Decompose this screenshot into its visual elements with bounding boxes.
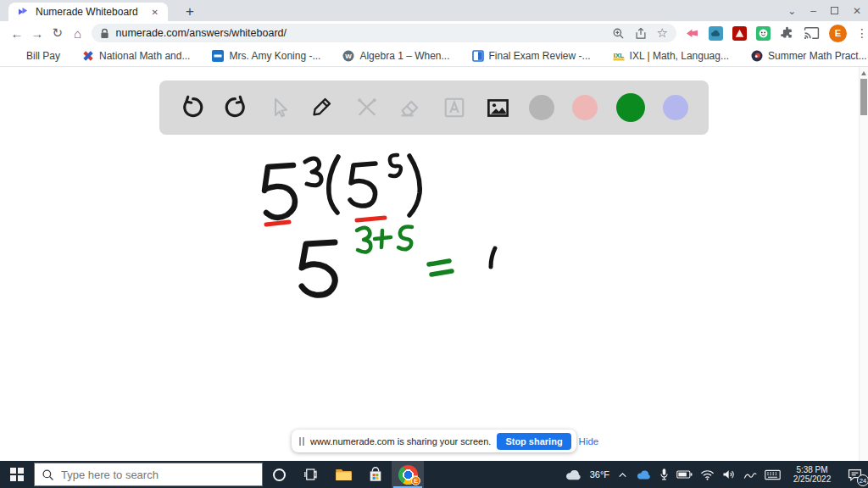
browser-toolbar: ← → ↻ ⌂ numerade.com/answers/whiteboard/… [0, 21, 868, 45]
extensions-area: E ⋮ [685, 25, 868, 42]
search-icon [42, 469, 54, 481]
extension-icon-1[interactable] [685, 26, 699, 40]
file-explorer-icon [335, 467, 353, 482]
hide-link[interactable]: Hide [579, 436, 599, 446]
url-text: numerade.com/answers/whiteboard/ [116, 27, 602, 39]
screen-share-bar: www.numerade.com is sharing your screen.… [292, 430, 576, 452]
tab-strip: Numerade Whiteboard ✕ + ⌄ – ✕ [0, 0, 868, 21]
taskbar-search[interactable] [34, 463, 263, 486]
battery-icon[interactable] [676, 469, 693, 480]
bookmark-summer-math[interactable]: Summer Math Pract... [751, 50, 867, 62]
window-controls: ⌄ – ✕ [787, 0, 861, 21]
scrollbar-thumb[interactable] [860, 79, 867, 115]
file-explorer-button[interactable] [327, 461, 359, 488]
page-scrollbar[interactable] [859, 67, 868, 461]
eraser-tool[interactable] [398, 95, 423, 120]
dark-circle-favicon [751, 50, 763, 62]
share-icon[interactable] [635, 27, 647, 40]
forward-button[interactable]: → [27, 23, 47, 43]
whiteboard-page: www.numerade.com is sharing your screen.… [0, 67, 868, 461]
profile-avatar[interactable]: E [829, 25, 847, 42]
cortana-button[interactable] [263, 461, 295, 488]
tab-close-icon[interactable]: ✕ [149, 8, 161, 17]
bookmark-algebra1[interactable]: W Algebra 1 – When... [342, 50, 449, 62]
tray-chevron-up-icon[interactable] [617, 470, 628, 480]
maximize-button[interactable] [831, 7, 838, 14]
color-swatch-pink[interactable] [572, 95, 598, 120]
undo-button[interactable] [180, 95, 205, 120]
tab-title: Numerade Whiteboard [36, 6, 149, 18]
back-button[interactable]: ← [7, 23, 27, 43]
svg-text:W: W [346, 53, 353, 60]
scrollbar-up-arrow[interactable] [861, 71, 866, 75]
browser-tab[interactable]: Numerade Whiteboard ✕ [8, 3, 168, 21]
extensions-puzzle-icon[interactable] [780, 26, 794, 41]
microsoft-store-button[interactable] [359, 461, 392, 488]
bookmark-star-icon[interactable]: ☆ [657, 25, 668, 41]
pointer-tool[interactable] [267, 95, 292, 120]
clock-time: 5:38 PM [788, 465, 836, 475]
color-swatch-gray[interactable] [529, 95, 554, 120]
stop-sharing-button[interactable]: Stop sharing [497, 433, 570, 450]
onedrive-icon[interactable] [636, 469, 652, 480]
lock-icon [100, 28, 109, 39]
microsoft-store-icon [368, 467, 383, 483]
pencil-tool[interactable] [310, 95, 336, 120]
extension-icon-pdf[interactable] [732, 26, 747, 41]
text-tool[interactable] [442, 95, 467, 120]
cast-icon[interactable] [804, 26, 820, 40]
task-view-icon [303, 467, 319, 482]
address-bar[interactable]: numerade.com/answers/whiteboard/ ☆ [92, 24, 677, 42]
color-swatch-purple[interactable] [663, 95, 688, 120]
image-tool[interactable] [485, 95, 510, 120]
shapes-tool[interactable] [354, 95, 380, 120]
window-close-button[interactable]: ✕ [853, 6, 861, 16]
bookmarks-bar: Bill Pay National Math and... Mrs. Amy K… [0, 45, 868, 67]
reload-button[interactable]: ↻ [47, 23, 68, 43]
extension-icon-2[interactable] [709, 26, 723, 41]
numerade-favicon [17, 6, 29, 18]
action-center-button[interactable]: 24 [843, 463, 865, 485]
bookmark-national-math[interactable]: National Math and... [82, 50, 190, 62]
bookmark-amy-koning[interactable]: Mrs. Amy Koning -... [212, 50, 320, 62]
touch-keyboard-icon[interactable] [765, 469, 781, 480]
taskbar-clock[interactable]: 5:38 PM 2/25/2022 [788, 465, 836, 485]
home-button[interactable]: ⌂ [68, 23, 88, 43]
task-view-button[interactable] [295, 461, 327, 488]
bookmark-final-exam[interactable]: Final Exam Review -... [472, 50, 591, 62]
color-swatch-green[interactable] [616, 93, 645, 122]
svg-text:IXL: IXL [613, 52, 624, 59]
start-button[interactable] [0, 461, 34, 488]
chrome-taskbar-button[interactable]: E [392, 461, 424, 488]
wordpress-favicon: W [342, 50, 354, 62]
notification-badge: 24 [857, 474, 868, 486]
microphone-icon[interactable] [659, 468, 669, 481]
tab-search-icon[interactable]: ⌄ [787, 6, 796, 16]
blue-doc-favicon [472, 50, 484, 62]
new-tab-button[interactable]: + [180, 3, 200, 21]
zoom-page-icon[interactable] [612, 27, 625, 40]
share-message: www.numerade.com is sharing your screen. [310, 436, 491, 446]
temperature-label[interactable]: 36°F [590, 469, 609, 480]
bookmark-bill-pay[interactable]: Bill Pay [26, 50, 60, 62]
redo-button[interactable] [223, 95, 248, 120]
extension-icon-bitmoji[interactable] [756, 26, 771, 41]
bookmark-ixl[interactable]: IXL IXL | Math, Languag... [613, 50, 729, 62]
volume-icon[interactable] [722, 469, 736, 480]
browser-menu-icon[interactable]: ⋮ [856, 26, 868, 40]
clock-date: 2/25/2022 [788, 474, 836, 485]
pinwheel-favicon [82, 50, 94, 62]
windows-logo-icon [10, 468, 24, 481]
taskbar-search-input[interactable] [61, 469, 231, 481]
screen: Numerade Whiteboard ✕ + ⌄ – ✕ ← → ↻ ⌂ nu… [0, 0, 868, 488]
blue-square-favicon [212, 50, 224, 62]
ixl-favicon: IXL [613, 50, 625, 62]
windows-ink-icon[interactable] [743, 469, 757, 480]
minimize-button[interactable]: – [810, 6, 816, 16]
system-tray: 36°F [565, 463, 868, 485]
chrome-profile-badge: E [411, 476, 420, 485]
weather-cloud-icon[interactable] [565, 468, 582, 481]
taskbar: E 36°F [0, 461, 868, 488]
drag-handle-icon[interactable] [299, 437, 304, 446]
wifi-icon[interactable] [700, 469, 715, 480]
